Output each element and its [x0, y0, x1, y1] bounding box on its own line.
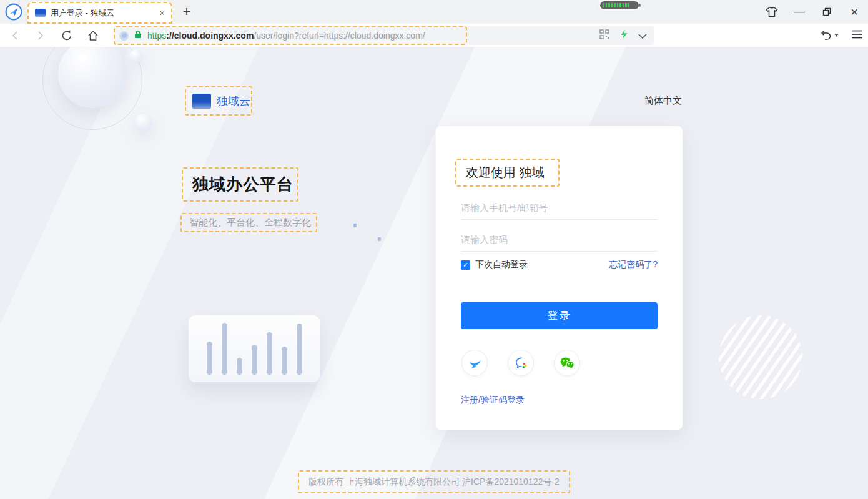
sphere-decoration-small — [135, 114, 152, 131]
social-login-row — [461, 350, 580, 376]
tab-title: 用户登录 - 独域云 — [51, 7, 153, 19]
auto-login-checkbox[interactable]: ✓ — [461, 260, 470, 270]
url-text[interactable]: https://cloud.doingxx.com/user/login?ref… — [147, 31, 425, 41]
chart-bar — [207, 342, 212, 375]
address-bar[interactable]: https://cloud.doingxx.com/user/login?ref… — [114, 26, 654, 45]
forward-icon[interactable] — [34, 29, 47, 42]
url-scheme: https — [147, 31, 166, 41]
tiny-image-artifact — [378, 237, 381, 241]
wecom-login-button[interactable] — [508, 350, 534, 376]
striped-circle-decoration — [719, 315, 802, 399]
page-content: 独域云 简体中文 独域办公平台 智能化、平台化、全程数字化 欢迎使用 独域 — [0, 47, 868, 499]
sphere-decoration-small — [129, 49, 143, 63]
tab-favicon-icon — [35, 9, 46, 17]
lightning-icon[interactable] — [619, 29, 629, 42]
auto-login-checkbox-group[interactable]: ✓ 下次自动登录 — [461, 259, 528, 270]
dingtalk-login-button[interactable] — [461, 350, 488, 376]
ssl-lock-icon — [134, 30, 142, 41]
reopen-tab-button[interactable] — [820, 30, 839, 41]
chart-bar — [237, 358, 242, 375]
register-link[interactable]: 注册/验证码登录 — [461, 395, 525, 406]
addressbar-dropdown-icon[interactable] — [638, 30, 647, 41]
tiny-image-artifact — [353, 224, 357, 227]
chart-bar — [297, 324, 302, 375]
account-input[interactable] — [461, 196, 658, 220]
wecom-icon — [514, 356, 528, 370]
browser-tab[interactable]: 用户登录 - 独域云 × — [27, 2, 172, 24]
minimize-button[interactable]: — — [786, 0, 813, 24]
battery-indicator — [600, 1, 639, 9]
chart-bar — [222, 323, 227, 375]
login-title-box: 欢迎使用 独域 — [455, 159, 560, 187]
language-switch[interactable]: 简体中文 — [644, 95, 682, 107]
hero-subtitle: 智能化、平台化、全程数字化 — [189, 217, 311, 229]
chart-bar — [282, 347, 287, 375]
url-host: ://cloud.doingxx.com — [166, 31, 254, 41]
browser-window: 用户登录 - 独域云 × + — × — [0, 0, 868, 499]
password-input[interactable] — [461, 228, 658, 252]
browser-logo-icon[interactable] — [5, 3, 22, 21]
wechat-login-button[interactable] — [554, 350, 580, 376]
close-window-button[interactable]: × — [841, 0, 868, 24]
refresh-icon[interactable] — [60, 29, 74, 42]
tab-close-icon[interactable]: × — [158, 7, 166, 18]
navigation-bar: https://cloud.doingxx.com/user/login?ref… — [0, 24, 868, 47]
brand-logo-icon — [192, 94, 211, 109]
site-circle-icon[interactable] — [119, 31, 129, 41]
brand-logo[interactable]: 独域云 — [185, 86, 252, 116]
url-path: /user/login?refurl=https://cloud.doingxx… — [254, 31, 425, 41]
window-controls: — × — [758, 0, 868, 24]
forgot-password-link[interactable]: 忘记密码了? — [609, 259, 658, 270]
bar-chart — [189, 315, 320, 382]
hero-title: 独域办公平台 — [192, 174, 293, 195]
new-tab-button[interactable]: + — [179, 4, 195, 20]
brand-name: 独域云 — [217, 94, 250, 109]
title-bar: 用户登录 - 独域云 × + — × — [0, 0, 868, 24]
menu-icon[interactable] — [851, 30, 863, 41]
skin-theme-button[interactable] — [758, 0, 786, 24]
copyright-text: 版权所有 上海独域计算机系统有限公司 沪ICP备2021010122号-2 — [308, 477, 559, 487]
login-options-row: ✓ 下次自动登录 忘记密码了? — [461, 259, 658, 270]
hero-subtitle-box: 智能化、平台化、全程数字化 — [180, 213, 317, 232]
password-field — [461, 228, 658, 252]
account-field — [461, 196, 658, 220]
qr-code-icon[interactable] — [599, 29, 610, 42]
login-title: 欢迎使用 独域 — [466, 164, 545, 181]
wechat-icon — [560, 357, 575, 370]
dingtalk-icon — [468, 356, 482, 370]
back-icon[interactable] — [8, 29, 22, 42]
footer: 版权所有 上海独域计算机系统有限公司 沪ICP备2021010122号-2 — [0, 470, 868, 493]
auto-login-label: 下次自动登录 — [475, 259, 528, 270]
chart-bar — [252, 345, 257, 375]
home-icon[interactable] — [86, 29, 100, 42]
reopen-dropdown-caret — [834, 34, 839, 37]
hero-title-box: 独域办公平台 — [182, 167, 298, 202]
restore-button[interactable] — [813, 0, 841, 24]
login-card: 欢迎使用 独域 ✓ 下次自动登录 忘记密码了? 登录 — [436, 126, 683, 430]
chart-bar — [267, 332, 272, 375]
login-button[interactable]: 登录 — [461, 302, 658, 329]
